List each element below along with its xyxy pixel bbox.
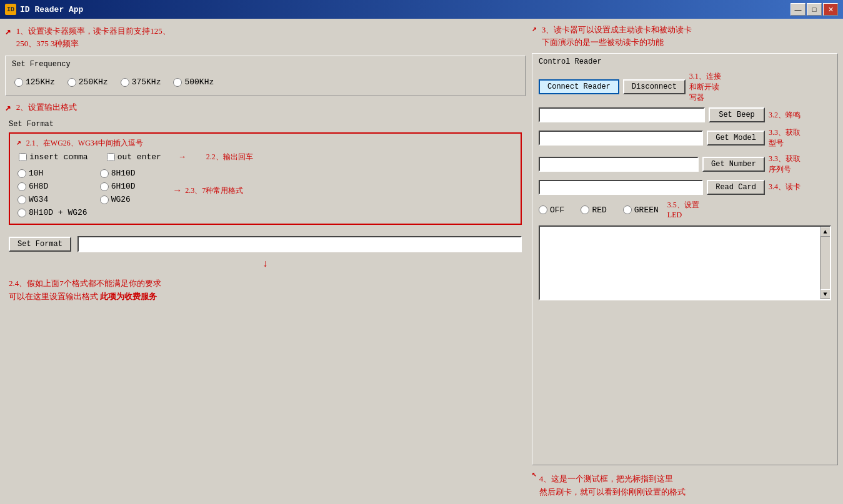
annotation21-text: 2.1、在WG26、WG34中间插入逗号 (24, 137, 146, 149)
set-beep-button[interactable]: Set Beep (709, 107, 765, 122)
format-section-wrapper: Set Format ↗ 2.1、在WG26、WG34中间插入逗号 insert… (5, 119, 526, 226)
arrow-down-area: ↓ (5, 257, 526, 271)
read-card-button[interactable]: Read Card (707, 180, 765, 195)
fmt-10h[interactable]: 10H (17, 169, 87, 178)
freq-375[interactable]: 375KHz (121, 77, 161, 87)
bottom-note-area: 2.4、假如上面7个格式都不能满足你的要求 可以在这里设置输出格式 此项为收费服… (5, 276, 526, 305)
fmt-8h10d-radio[interactable] (100, 169, 109, 178)
fmt-8h10d-label: 8H10D (111, 169, 136, 178)
freq-375-radio[interactable] (121, 78, 129, 87)
annotation4: ↖ 4、这是一个测试框，把光标指到这里 然后刷卡，就可以看到你刚刚设置的格式 (532, 469, 838, 499)
connect-row: Connect Reader Disconnect 3.1、连接 和断开读 写器 (539, 71, 831, 102)
fmt-6h10d-radio[interactable] (100, 182, 109, 191)
annotation2: ↗ 2、设置输出格式 (5, 101, 526, 114)
freq-500-label: 500KHz (184, 77, 214, 87)
annotation35: 3.5、设置 LED (667, 200, 730, 221)
led-off-label: OFF (550, 205, 564, 215)
freq-250-label: 250KHz (79, 77, 108, 87)
fmt-6h8d-radio[interactable] (17, 182, 26, 191)
checkbox-out-enter[interactable]: out enter (107, 152, 161, 162)
fmt-10h-radio[interactable] (17, 169, 26, 178)
app-title: ID Reader App (20, 5, 83, 14)
led-green-label: GREEN (634, 205, 659, 215)
led-red[interactable]: RED (581, 205, 606, 215)
freq-500[interactable]: 500KHz (173, 77, 214, 87)
bottom-note-highlight: 此项为收费服务 (100, 292, 157, 301)
fmt-wg26-radio[interactable] (100, 195, 109, 204)
fmt-6h8d[interactable]: 6H8D (17, 182, 87, 191)
fmt-8h10d-wg26-radio[interactable] (17, 209, 26, 217)
freq-125-radio[interactable] (14, 78, 23, 87)
bottom-note: 2.4、假如上面7个格式都不能满足你的要求 可以在这里设置输出格式 此项为收费服… (9, 277, 522, 304)
led-row: OFF RED GREEN 3.5、设置 LED (539, 200, 831, 221)
led-green-radio[interactable] (623, 205, 632, 214)
out-enter-checkbox[interactable] (107, 153, 115, 161)
insert-comma-label: insert comma (29, 152, 88, 162)
beep-row: Set Beep 3.2、蜂鸣 (539, 107, 831, 122)
fmt-wg26-label: WG26 (111, 195, 131, 204)
led-off[interactable]: OFF (539, 205, 564, 215)
freq-row: 125KHz 250KHz 375KHz 500KHz (12, 72, 519, 92)
title-controls: — □ ✕ (791, 3, 838, 16)
log-area[interactable]: ▲ ▼ (539, 225, 831, 300)
checkbox-insert-comma[interactable]: insert comma (19, 152, 88, 162)
annotation3-text: 3、读卡器可以设置成主动读卡和被动读卡 下面演示的是一些被动读卡的功能 (539, 24, 695, 48)
arrow-icon-21: ↗ (16, 137, 21, 147)
insert-comma-checkbox[interactable] (19, 153, 27, 161)
card-row: Read Card 3.4、读卡 (539, 180, 831, 195)
arrow-icon-23: → (174, 185, 180, 196)
fmt-6h10d[interactable]: 6H10D (100, 182, 170, 191)
annotation23-area: → 2.3、7种常用格式 (174, 185, 246, 196)
fmt-wg26[interactable]: WG26 (100, 195, 170, 204)
freq-250[interactable]: 250KHz (67, 77, 108, 87)
close-button[interactable]: ✕ (823, 3, 838, 16)
scrollbar-vertical[interactable]: ▲ ▼ (820, 227, 830, 299)
model-input[interactable] (539, 131, 703, 146)
minimize-button[interactable]: — (791, 3, 806, 16)
title-bar: ID ID Reader App — □ ✕ (0, 0, 843, 19)
freq-250-radio[interactable] (67, 78, 76, 87)
set-format-button[interactable]: Set Format (9, 237, 71, 252)
main-window: ↗ 1、设置读卡器频率，读卡器目前支持125、 250、375 3种频率 Set… (0, 19, 843, 504)
card-input[interactable] (539, 180, 703, 195)
led-red-radio[interactable] (581, 205, 589, 214)
fmt-wg34[interactable]: WG34 (17, 195, 87, 204)
format-main-label: Set Format (9, 120, 522, 129)
fmt-wg34-radio[interactable] (17, 195, 26, 204)
fmt-wg34-label: WG34 (29, 195, 48, 204)
set-format-row: Set Format (5, 236, 526, 252)
left-panel: ↗ 1、设置读卡器频率，读卡器目前支持125、 250、375 3种频率 Set… (5, 24, 526, 499)
log-content (540, 227, 830, 232)
annotation4-text: 4、这是一个测试框，把光标指到这里 然后刷卡，就可以看到你刚刚设置的格式 (539, 473, 686, 499)
format-grid-area: 10H 8H10D 6H8D 6H10D (16, 166, 514, 220)
get-model-button[interactable]: Get Model (707, 131, 765, 146)
annotation31: 3.1、连接 和断开读 写器 (689, 71, 752, 102)
led-off-radio[interactable] (539, 205, 547, 214)
beep-input[interactable] (539, 107, 705, 122)
led-green[interactable]: GREEN (623, 205, 659, 215)
connect-reader-button[interactable]: Connect Reader (539, 79, 619, 94)
fmt-8h10d[interactable]: 8H10D (100, 169, 170, 178)
freq-375-label: 375KHz (132, 77, 161, 87)
scroll-up-arrow[interactable]: ▲ (821, 227, 831, 237)
freq-125-label: 125KHz (26, 77, 55, 87)
number-input[interactable] (539, 157, 699, 172)
annotation32: 3.2、蜂鸣 (769, 110, 831, 121)
control-reader-box: Control Reader Connect Reader Disconnect… (532, 53, 838, 465)
set-format-input[interactable] (77, 236, 522, 252)
checkbox-row: insert comma out enter → 2.2、输出回车 (16, 151, 514, 162)
arrow-icon-3: ↗ (532, 24, 537, 34)
arrow-icon-1: ↗ (5, 25, 11, 37)
format-section: ↗ 2.1、在WG26、WG34中间插入逗号 insert comma out … (9, 132, 522, 225)
disconnect-button[interactable]: Disconnect (623, 79, 686, 94)
freq-125[interactable]: 125KHz (14, 77, 55, 87)
arrow-icon-4: ↖ (532, 469, 537, 479)
restore-button[interactable]: □ (807, 3, 822, 16)
frequency-box: Set Frequency 125KHz 250KHz 375KHz 500KH… (5, 56, 526, 96)
get-number-button[interactable]: Get Number (702, 157, 765, 172)
scroll-down-arrow[interactable]: ▼ (821, 289, 831, 299)
fmt-10h-label: 10H (29, 169, 43, 178)
freq-500-radio[interactable] (173, 78, 182, 87)
fmt-8h10d-wg26[interactable]: 8H10D + WG26 (17, 208, 87, 217)
scroll-track (821, 237, 830, 289)
